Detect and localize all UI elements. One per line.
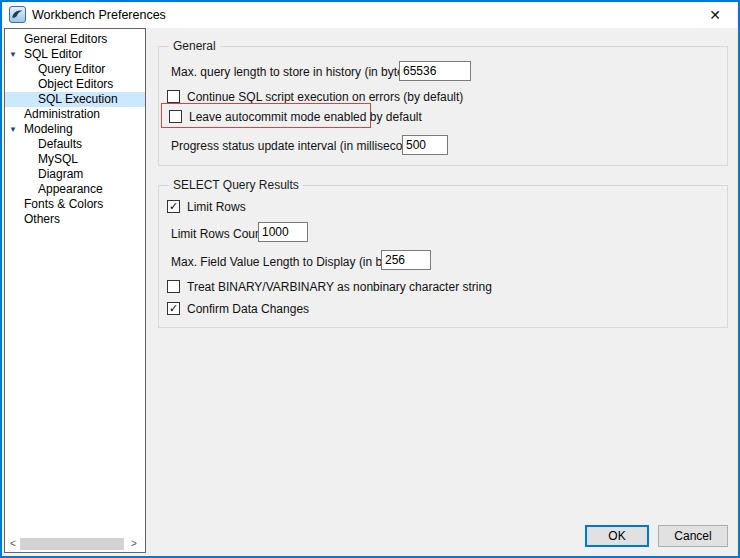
limit-rows-label: Limit Rows — [187, 200, 246, 214]
title-bar: Workbench Preferences ✕ — [2, 2, 738, 28]
continue-sql-label: Continue SQL script execution on errors … — [187, 90, 463, 104]
max-field-length-label: Max. Field Value Length to Display (in b… — [171, 255, 412, 269]
autocommit-checkbox-row: Leave autocommit mode enabled by default — [169, 109, 422, 124]
limit-rows-count-input[interactable] — [258, 222, 308, 242]
confirm-data-changes-checkbox[interactable]: ✓ — [167, 302, 180, 315]
max-query-length-label: Max. query length to store in history (i… — [171, 65, 417, 79]
group-title: General — [169, 40, 220, 53]
chevron-down-icon[interactable]: ▼ — [9, 47, 17, 62]
sidebar-item-fonts-colors[interactable]: Fonts & Colors — [5, 197, 145, 212]
workbench-preferences-window: Workbench Preferences ✕ General Editors … — [0, 0, 740, 558]
autocommit-checkbox[interactable] — [169, 110, 182, 123]
scrollbar-thumb[interactable] — [20, 538, 124, 550]
sidebar-item-general-editors[interactable]: General Editors — [5, 32, 145, 47]
continue-sql-checkbox[interactable] — [167, 90, 180, 103]
autocommit-label: Leave autocommit mode enabled by default — [189, 110, 422, 124]
general-group: General Max. query length to store in hi… — [158, 46, 728, 166]
max-field-length-input[interactable] — [381, 250, 431, 270]
max-query-length-input[interactable] — [399, 61, 471, 81]
scroll-right-icon[interactable]: > — [127, 537, 141, 551]
limit-rows-count-label: Limit Rows Count: — [171, 227, 268, 241]
sidebar-item-administration[interactable]: Administration — [5, 107, 145, 122]
treat-binary-label: Treat BINARY/VARBINARY as nonbinary char… — [187, 280, 492, 294]
select-query-results-group: SELECT Query Results ✓ Limit Rows Limit … — [158, 185, 728, 328]
limit-rows-checkbox[interactable]: ✓ — [167, 200, 180, 213]
confirm-data-changes-checkbox-row: ✓ Confirm Data Changes — [167, 301, 309, 316]
sidebar-item-sql-execution[interactable]: SQL Execution — [5, 92, 145, 107]
close-icon: ✕ — [709, 7, 721, 23]
cancel-button[interactable]: Cancel — [658, 525, 728, 547]
sidebar-item-mysql[interactable]: MySQL — [5, 152, 145, 167]
sidebar-item-defaults[interactable]: Defaults — [5, 137, 145, 152]
sidebar-item-appearance[interactable]: Appearance — [5, 182, 145, 197]
close-button[interactable]: ✕ — [698, 2, 732, 28]
preferences-tree: General Editors ▼SQL Editor Query Editor… — [5, 32, 145, 227]
ok-button[interactable]: OK — [585, 525, 649, 547]
sidebar-item-query-editor[interactable]: Query Editor — [5, 62, 145, 77]
check-icon: ✓ — [169, 303, 178, 314]
sidebar-item-modeling[interactable]: ▼Modeling — [5, 122, 145, 137]
mysql-workbench-icon — [9, 6, 26, 23]
confirm-data-changes-label: Confirm Data Changes — [187, 302, 309, 316]
chevron-down-icon[interactable]: ▼ — [9, 122, 17, 137]
preferences-sidebar: General Editors ▼SQL Editor Query Editor… — [4, 28, 146, 553]
continue-sql-checkbox-row: Continue SQL script execution on errors … — [167, 89, 463, 104]
sidebar-item-diagram[interactable]: Diagram — [5, 167, 145, 182]
group-title: SELECT Query Results — [169, 179, 303, 192]
treat-binary-checkbox[interactable] — [167, 280, 180, 293]
sidebar-horizontal-scrollbar[interactable]: < > — [6, 537, 144, 551]
progress-interval-input[interactable] — [402, 135, 448, 155]
sidebar-item-object-editors[interactable]: Object Editors — [5, 77, 145, 92]
sidebar-item-sql-editor[interactable]: ▼SQL Editor — [5, 47, 145, 62]
treat-binary-checkbox-row: Treat BINARY/VARBINARY as nonbinary char… — [167, 279, 492, 294]
scroll-left-icon[interactable]: < — [6, 537, 20, 551]
check-icon: ✓ — [169, 201, 178, 212]
progress-interval-label: Progress status update interval (in mill… — [171, 139, 429, 153]
limit-rows-checkbox-row: ✓ Limit Rows — [167, 199, 246, 214]
window-title: Workbench Preferences — [32, 2, 166, 28]
sidebar-item-others[interactable]: Others — [5, 212, 145, 227]
